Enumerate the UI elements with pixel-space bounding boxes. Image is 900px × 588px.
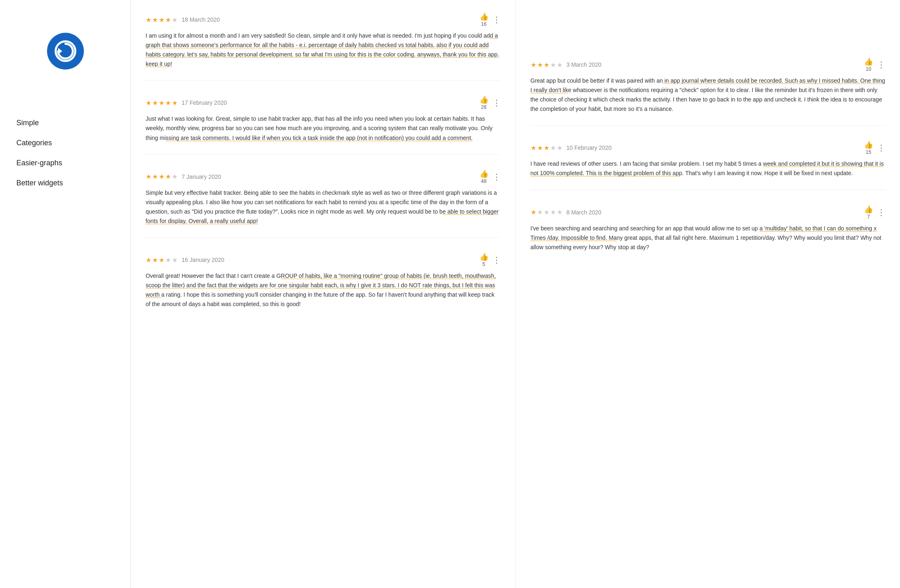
- review-text: Great app but could be better if it was …: [531, 76, 886, 114]
- review-actions: 👍 28 ⋮: [479, 95, 501, 110]
- like-button[interactable]: 👍 16: [479, 12, 488, 27]
- review-date: 10 February 2020: [567, 144, 612, 151]
- star-icon: ★: [550, 144, 556, 152]
- star-icon: ★: [159, 173, 164, 180]
- review-actions: 👍 48 ⋮: [479, 169, 501, 184]
- star-icon: ★: [172, 256, 178, 264]
- review-actions: 👍 10 ⋮: [864, 57, 885, 72]
- star-icon: ★: [172, 99, 178, 107]
- star-rating: ★★★★★: [146, 99, 178, 107]
- more-options-button[interactable]: ⋮: [877, 208, 885, 216]
- star-icon: ★: [152, 99, 158, 107]
- review-meta: ★★★★★ 10 February 2020: [531, 144, 612, 152]
- more-options-button[interactable]: ⋮: [877, 144, 885, 152]
- star-icon: ★: [172, 16, 178, 24]
- like-button[interactable]: 👍 15: [864, 140, 873, 155]
- more-options-button[interactable]: ⋮: [493, 256, 501, 264]
- more-options-button[interactable]: ⋮: [493, 99, 501, 107]
- like-button[interactable]: 👍 7: [864, 205, 873, 220]
- star-icon: ★: [557, 144, 562, 152]
- review-card: ★★★★★ 3 March 2020 👍 10 ⋮ Great app but …: [531, 57, 886, 126]
- more-options-button[interactable]: ⋮: [493, 16, 501, 24]
- thumbs-up-icon: 👍: [479, 95, 488, 104]
- review-meta: ★★★★★ 16 January 2020: [146, 256, 224, 264]
- reviews-left: ★★★★★ 18 March 2020 👍 16 ⋮ I am using it…: [131, 0, 516, 588]
- review-card: ★★★★★ 17 February 2020 👍 28 ⋮ Just what …: [146, 95, 501, 154]
- star-icon: ★: [165, 99, 171, 107]
- review-text: Overall great! However the fact that I c…: [146, 271, 501, 309]
- review-text: Simple but very effective habit tracker.…: [146, 188, 501, 226]
- thumbs-up-icon: 👍: [479, 12, 488, 21]
- highlighted-text: a 'multiday' habit, so that I can do som…: [531, 225, 877, 241]
- review-date: 7 January 2020: [182, 173, 221, 180]
- star-icon: ★: [146, 16, 151, 24]
- highlighted-text: e able to select bigger fonts for displa…: [146, 208, 499, 224]
- review-actions: 👍 5 ⋮: [479, 252, 501, 267]
- main-content: ★★★★★ 18 March 2020 👍 16 ⋮ I am using it…: [131, 0, 900, 588]
- highlighted-text: week and completed it but it is showing …: [531, 160, 884, 176]
- sidebar-theme-item-2[interactable]: Easier-graphs: [16, 153, 114, 173]
- review-date: 8 March 2020: [567, 209, 602, 216]
- like-count: 16: [481, 21, 486, 27]
- review-meta: ★★★★★ 8 March 2020: [531, 208, 602, 216]
- review-date: 3 March 2020: [567, 61, 602, 68]
- review-meta: ★★★★★ 18 March 2020: [146, 16, 220, 24]
- like-button[interactable]: 👍 28: [479, 95, 488, 110]
- highlighted-text: in app journal where details could be re…: [531, 77, 885, 93]
- star-icon: ★: [165, 16, 171, 24]
- star-icon: ★: [537, 61, 543, 69]
- star-icon: ★: [557, 208, 562, 216]
- star-icon: ★: [146, 256, 151, 264]
- star-icon: ★: [172, 173, 178, 180]
- more-options-button[interactable]: ⋮: [877, 61, 885, 69]
- like-button[interactable]: 👍 48: [479, 169, 488, 184]
- like-count: 7: [867, 214, 870, 220]
- like-button[interactable]: 👍 5: [479, 252, 488, 267]
- more-options-button[interactable]: ⋮: [493, 173, 501, 181]
- like-count: 5: [482, 261, 485, 267]
- review-actions: 👍 7 ⋮: [864, 205, 885, 220]
- star-icon: ★: [544, 61, 549, 69]
- review-date: 18 March 2020: [182, 16, 220, 23]
- thumbs-up-icon: 👍: [864, 205, 873, 214]
- star-icon: ★: [537, 208, 543, 216]
- thumbs-up-icon: 👍: [479, 169, 488, 178]
- review-header: ★★★★★ 10 February 2020 👍 15 ⋮: [531, 140, 886, 155]
- star-rating: ★★★★★: [146, 256, 178, 264]
- themes-section: SimpleCategoriesEasier-graphsBetter widg…: [0, 104, 130, 193]
- review-meta: ★★★★★ 7 January 2020: [146, 173, 221, 180]
- like-button[interactable]: 👍 10: [864, 57, 873, 72]
- review-actions: 👍 15 ⋮: [864, 140, 885, 155]
- star-icon: ★: [537, 144, 543, 152]
- svg-marker-1: [58, 48, 62, 54]
- review-card: ★★★★★ 16 January 2020 👍 5 ⋮ Overall grea…: [146, 252, 501, 320]
- like-count: 10: [866, 66, 871, 72]
- review-meta: ★★★★★ 17 February 2020: [146, 99, 227, 107]
- star-icon: ★: [544, 208, 549, 216]
- sidebar-theme-item-1[interactable]: Categories: [16, 133, 114, 153]
- reviews-right: ★★★★★ 3 March 2020 👍 10 ⋮ Great app but …: [516, 0, 900, 588]
- like-count: 28: [481, 104, 486, 110]
- highlighted-text: ssing are task comments. I would like if…: [166, 135, 473, 141]
- star-icon: ★: [531, 208, 536, 216]
- star-icon: ★: [159, 16, 164, 24]
- review-header: ★★★★★ 7 January 2020 👍 48 ⋮: [146, 169, 501, 184]
- star-icon: ★: [159, 99, 164, 107]
- review-card: ★★★★★ 10 February 2020 👍 15 ⋮ I have rea…: [531, 140, 886, 190]
- review-header: ★★★★★ 16 January 2020 👍 5 ⋮: [146, 252, 501, 267]
- app-icon: [47, 33, 84, 70]
- star-rating: ★★★★★: [531, 144, 562, 152]
- review-header: ★★★★★ 3 March 2020 👍 10 ⋮: [531, 57, 886, 72]
- star-icon: ★: [544, 144, 549, 152]
- review-header: ★★★★★ 18 March 2020 👍 16 ⋮: [146, 12, 501, 27]
- review-header: ★★★★★ 17 February 2020 👍 28 ⋮: [146, 95, 501, 110]
- review-text: Just what I was looking for. Great, simp…: [146, 114, 501, 142]
- star-rating: ★★★★★: [146, 16, 178, 24]
- star-icon: ★: [531, 144, 536, 152]
- star-icon: ★: [152, 256, 158, 264]
- star-icon: ★: [146, 99, 151, 107]
- sidebar-theme-item-3[interactable]: Better widgets: [16, 173, 114, 193]
- sidebar-theme-item-0[interactable]: Simple: [16, 113, 114, 133]
- star-icon: ★: [550, 208, 556, 216]
- review-header: ★★★★★ 8 March 2020 👍 7 ⋮: [531, 205, 886, 220]
